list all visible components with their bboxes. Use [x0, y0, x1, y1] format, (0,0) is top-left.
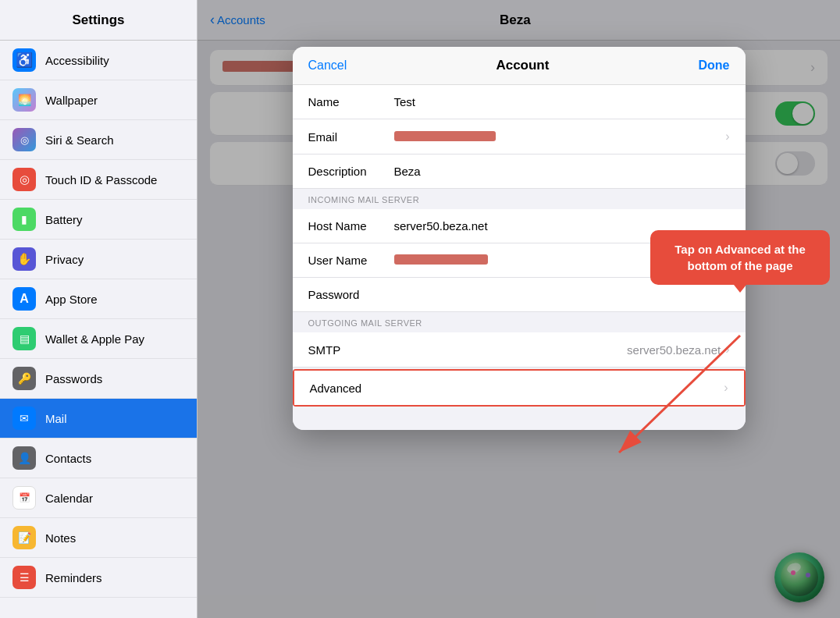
callout-tooltip: Tap on Advanced at thebottom of the page	[650, 230, 830, 285]
sidebar-item-touchid[interactable]: ◎ Touch ID & Passcode	[0, 160, 197, 200]
modal-section-basic: Name Test Email › Description Beza	[293, 85, 746, 189]
sidebar-label-battery: Battery	[45, 213, 83, 226]
hostname-label: Host Name	[308, 219, 394, 233]
callout-text: Tap on Advanced at thebottom of the page	[674, 243, 806, 272]
smtp-chevron-icon: ›	[725, 343, 729, 357]
siri-icon: ◎	[12, 128, 36, 151]
smtp-value: server50.beza.net	[394, 343, 721, 357]
email-chevron-icon: ›	[725, 130, 729, 144]
sidebar-item-mail[interactable]: ✉ Mail	[0, 399, 197, 439]
modal-row-email[interactable]: Email ›	[293, 119, 746, 154]
sidebar-item-battery[interactable]: ▮ Battery	[0, 200, 197, 240]
sidebar-item-privacy[interactable]: ✋ Privacy	[0, 240, 197, 279]
sidebar-label-wallet: Wallet & Apple Pay	[45, 332, 144, 346]
sidebar-label-siri: Siri & Search	[45, 133, 114, 147]
modal-row-name[interactable]: Name Test	[293, 85, 746, 119]
modal-row-description[interactable]: Description Beza	[293, 154, 746, 189]
sidebar-item-appstore[interactable]: A App Store	[0, 279, 197, 319]
sidebar-label-calendar: Calendar	[45, 492, 93, 505]
sidebar-item-calendar[interactable]: 📅 Calendar	[0, 478, 197, 518]
wallet-icon: ▤	[12, 327, 36, 350]
modal-cancel-button[interactable]: Cancel	[308, 59, 347, 73]
appstore-icon: A	[12, 287, 36, 311]
advanced-wrapper: Advanced ›	[293, 369, 746, 407]
sidebar-label-wallpaper: Wallpaper	[45, 94, 98, 107]
sidebar-item-passwords[interactable]: 🔑 Passwords	[0, 359, 197, 399]
advanced-label: Advanced	[310, 382, 724, 395]
sidebar-header: Settings	[0, 0, 197, 41]
email-value	[394, 130, 726, 144]
description-value: Beza	[394, 165, 730, 178]
battery-icon: ▮	[12, 208, 36, 231]
sidebar-label-passwords: Passwords	[45, 372, 102, 385]
sidebar-item-wallet[interactable]: ▤ Wallet & Apple Pay	[0, 319, 197, 359]
password-label: Password	[308, 288, 394, 301]
modal-bottom-padding	[293, 407, 746, 430]
privacy-icon: ✋	[12, 247, 36, 271]
wallpaper-icon: 🌅	[12, 88, 36, 112]
sidebar-label-notes: Notes	[45, 531, 76, 545]
sidebar-title: Settings	[72, 12, 124, 28]
incoming-section-header: INCOMING MAIL SERVER	[293, 189, 746, 209]
sidebar-item-contacts[interactable]: 👤 Contacts	[0, 439, 197, 478]
sidebar-label-appstore: App Store	[45, 293, 98, 306]
passwords-icon: 🔑	[12, 367, 36, 390]
sidebar-item-reminders[interactable]: ☰ Reminders	[0, 558, 197, 598]
modal-title: Account	[496, 58, 549, 73]
username-label: User Name	[308, 254, 394, 267]
advanced-chevron-icon: ›	[724, 381, 728, 395]
sidebar-label-touchid: Touch ID & Passcode	[45, 173, 157, 186]
sidebar-item-wallpaper[interactable]: 🌅 Wallpaper	[0, 80, 197, 120]
modal-overlay: Cancel Account Done Name Test Email ›	[198, 0, 840, 618]
main-content: ‹ Accounts Beza ›	[198, 0, 840, 618]
mail-icon: ✉	[12, 407, 36, 430]
sidebar-item-accessibility[interactable]: ♿ Accessibility	[0, 41, 197, 80]
reminders-icon: ☰	[12, 566, 36, 589]
outgoing-section: SMTP server50.beza.net ›	[293, 332, 746, 368]
modal-header: Cancel Account Done	[293, 47, 746, 85]
name-label: Name	[308, 95, 394, 108]
modal-done-button[interactable]: Done	[699, 59, 730, 73]
touchid-icon: ◎	[12, 168, 36, 191]
sidebar-label-privacy: Privacy	[45, 253, 84, 266]
advanced-row-border: Advanced ›	[293, 369, 746, 407]
modal-row-smtp[interactable]: SMTP server50.beza.net ›	[293, 332, 746, 368]
contacts-icon: 👤	[12, 446, 36, 470]
smtp-label: SMTP	[308, 343, 394, 357]
sidebar-item-notes[interactable]: 📝 Notes	[0, 518, 197, 558]
sidebar: Settings ♿ Accessibility 🌅 Wallpaper ◎ S…	[0, 0, 198, 618]
description-label: Description	[308, 165, 394, 178]
calendar-icon: 📅	[12, 486, 36, 510]
sidebar-item-siri[interactable]: ◎ Siri & Search	[0, 120, 197, 160]
sidebar-label-mail: Mail	[45, 412, 67, 425]
name-value: Test	[394, 95, 730, 108]
advanced-row[interactable]: Advanced ›	[294, 371, 744, 405]
username-redacted-bar	[394, 254, 488, 265]
email-label: Email	[308, 130, 394, 144]
notes-icon: 📝	[12, 526, 36, 549]
email-redacted-bar	[394, 131, 496, 141]
outgoing-section-header: OUTGOING MAIL SERVER	[293, 312, 746, 332]
sidebar-label-contacts: Contacts	[45, 452, 91, 465]
sidebar-label-reminders: Reminders	[45, 571, 102, 584]
sidebar-label-accessibility: Accessibility	[45, 54, 109, 67]
accessibility-icon: ♿	[12, 48, 36, 72]
